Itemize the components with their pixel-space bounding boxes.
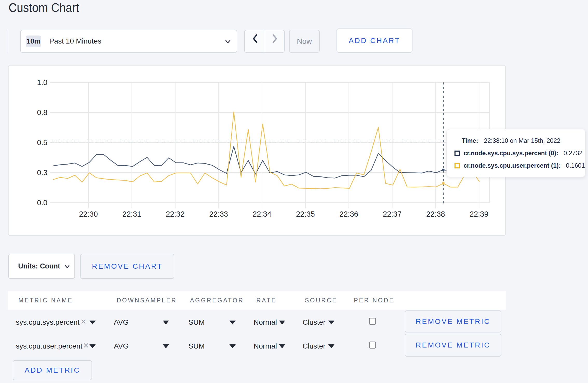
svg-text:22:38: 22:38 — [426, 210, 445, 218]
svg-text:22:31: 22:31 — [122, 210, 141, 218]
svg-text:22:30: 22:30 — [79, 210, 98, 218]
svg-text:22:34: 22:34 — [253, 210, 271, 218]
svg-text:22:35: 22:35 — [296, 210, 315, 218]
svg-text:22:33: 22:33 — [209, 210, 228, 218]
svg-text:0.3: 0.3 — [37, 168, 47, 177]
svg-text:22:36: 22:36 — [339, 210, 358, 218]
svg-text:0.8: 0.8 — [37, 108, 47, 117]
svg-text:22:39: 22:39 — [470, 210, 488, 218]
svg-text:0.5: 0.5 — [37, 138, 47, 147]
svg-text:22:32: 22:32 — [166, 210, 185, 218]
svg-text:0.0: 0.0 — [37, 198, 47, 207]
svg-text:1.0: 1.0 — [37, 78, 47, 87]
svg-text:22:37: 22:37 — [383, 210, 402, 218]
